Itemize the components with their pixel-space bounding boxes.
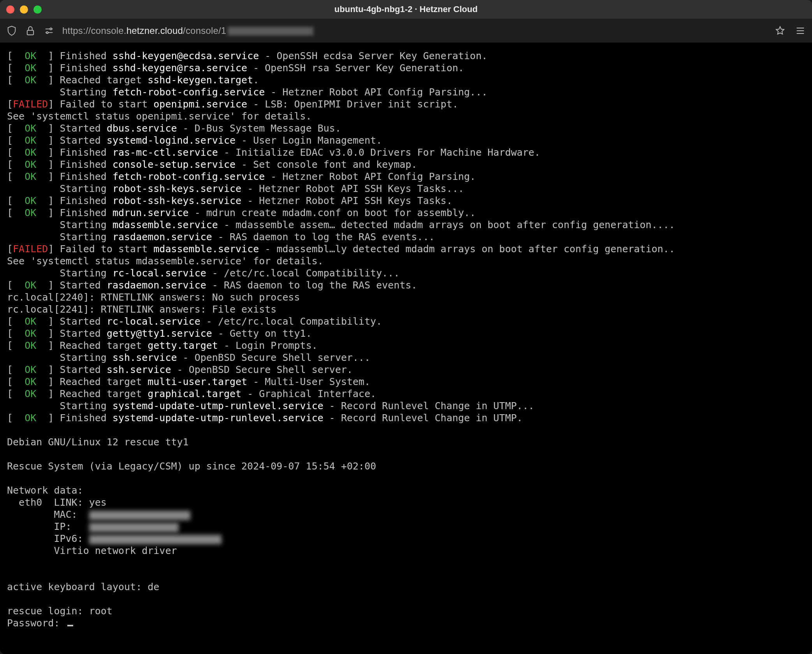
terminal-line: active keyboard layout: de [7,581,805,593]
url-redacted [228,27,313,35]
terminal-line: Starting rc-local.service - /etc/rc.loca… [7,267,805,279]
terminal-line: Starting systemd-update-utmp-runlevel.se… [7,400,805,412]
terminal-line: [FAILED] Failed to start mdassemble.serv… [7,243,805,255]
close-icon[interactable] [6,5,14,14]
url-input[interactable]: https://console.hetzner.cloud/console/1 [62,25,767,36]
window-title: ubuntu-4gb-nbg1-2 · Hetzner Cloud [334,4,478,14]
terminal-line: [ OK ] Finished mdrun.service - mdrun cr… [7,207,805,219]
terminal-line: [ OK ] Reached target graphical.target -… [7,388,805,400]
terminal-line: [ OK ] Started ssh.service - OpenBSD Sec… [7,364,805,376]
hamburger-menu-icon[interactable] [795,25,806,36]
terminal-line: [ OK ] Finished fetch-robot-config.servi… [7,171,805,183]
terminal-line: Starting robot-ssh-keys.service - Hetzne… [7,183,805,195]
terminal-line: [ OK ] Reached target sshd-keygen.target… [7,74,805,86]
terminal-line: Starting fetch-robot-config.service - He… [7,86,805,98]
terminal-line: [ OK ] Finished sshd-keygen@rsa.service … [7,62,805,74]
site-settings-icon[interactable] [44,25,54,36]
terminal[interactable]: [ OK ] Finished sshd-keygen@ecdsa.servic… [0,43,812,654]
terminal-line: Starting mdassemble.service - mdassemble… [7,219,805,231]
terminal-line: [ OK ] Finished console-setup.service - … [7,158,805,171]
maximize-icon[interactable] [33,5,42,14]
terminal-line: [ OK ] Reached target multi-user.target … [7,376,805,388]
password-prompt[interactable]: Password: [7,617,805,629]
terminal-line: [ OK ] Finished sshd-keygen@ecdsa.servic… [7,50,805,62]
shield-icon[interactable] [6,25,17,36]
terminal-line: [ OK ] Finished systemd-update-utmp-runl… [7,412,805,424]
titlebar: ubuntu-4gb-nbg1-2 · Hetzner Cloud [0,0,812,19]
terminal-line: rescue login: root [7,605,805,617]
cursor [67,625,73,626]
svg-point-2 [46,32,48,33]
window-controls [6,5,42,14]
terminal-line: rc.local[2240]: RTNETLINK answers: No su… [7,291,805,303]
terminal-line: [ OK ] Started systemd-logind.service - … [7,134,805,146]
url-proto: https:// [62,25,91,36]
terminal-line [7,557,805,569]
terminal-line: [ OK ] Reached target getty.target - Log… [7,339,805,352]
terminal-line: [ OK ] Started rc-local.service - /etc/r… [7,315,805,327]
terminal-line: Starting ssh.service - OpenBSD Secure Sh… [7,352,805,364]
terminal-line [7,448,805,460]
url-path: /console/1 [183,25,226,36]
minimize-icon[interactable] [20,5,28,14]
browser-window: ubuntu-4gb-nbg1-2 · Hetzner Cloud https:… [0,0,812,654]
terminal-line: rc.local[2241]: RTNETLINK answers: File … [7,303,805,315]
terminal-line: See 'systemctl status openipmi.service' … [7,110,805,122]
star-icon[interactable] [775,25,786,36]
svg-rect-0 [27,30,33,35]
terminal-line: [FAILED] Failed to start openipmi.servic… [7,98,805,110]
terminal-line: [ OK ] Started rasdaemon.service - RAS d… [7,279,805,291]
terminal-line: [ OK ] Started dbus.service - D-Bus Syst… [7,122,805,134]
terminal-line [7,569,805,581]
terminal-line: Virtio network driver [7,545,805,557]
terminal-line: IPv6: [7,533,805,545]
terminal-line: [ OK ] Started getty@tty1.service - Gett… [7,327,805,339]
terminal-line [7,593,805,605]
terminal-line [7,472,805,484]
terminal-line [7,424,805,436]
url-host: hetzner.cloud [127,25,183,36]
terminal-line: Starting rasdaemon.service - RAS daemon … [7,231,805,243]
terminal-line: Rescue System (via Legacy/CSM) up since … [7,460,805,472]
lock-icon[interactable] [25,25,36,36]
url-host-pre: console. [91,25,127,36]
terminal-line: MAC: [7,508,805,520]
terminal-line: See 'systemctl status mdassemble.service… [7,255,805,267]
terminal-line: eth0 LINK: yes [7,496,805,508]
terminal-line: IP: [7,520,805,533]
url-bar: https://console.hetzner.cloud/console/1 [0,19,812,43]
terminal-line: Debian GNU/Linux 12 rescue tty1 [7,436,805,448]
terminal-line: [ OK ] Finished robot-ssh-keys.service -… [7,195,805,207]
terminal-line: [ OK ] Finished ras-mc-ctl.service - Ini… [7,146,805,158]
svg-point-1 [50,28,52,30]
terminal-line: Network data: [7,484,805,496]
